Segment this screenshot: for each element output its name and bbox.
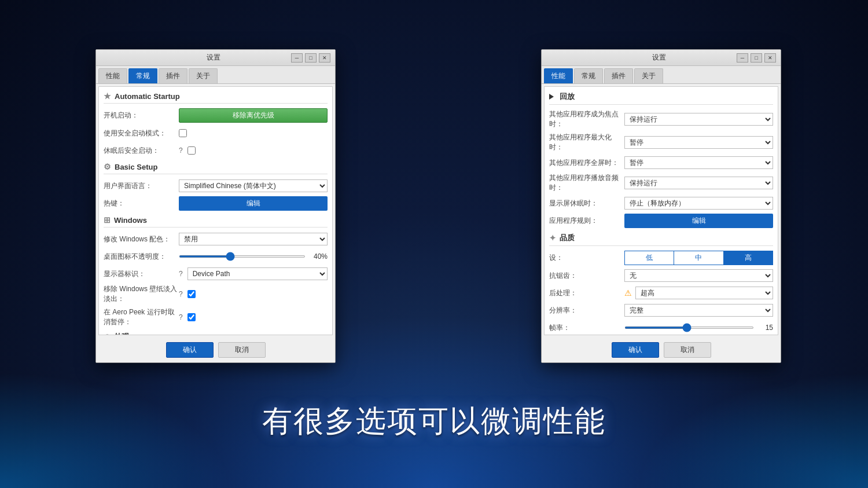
restore-btn-left[interactable]: □ <box>305 53 317 63</box>
quality-btn-high[interactable]: 高 <box>723 251 773 265</box>
apprule-edit-button[interactable]: 编辑 <box>624 214 773 228</box>
section-label-playback: 回放 <box>560 91 575 102</box>
tab-left-about[interactable]: 关于 <box>189 68 218 83</box>
label-wincolor: 修改 Windows 配色： <box>104 234 179 244</box>
framerate-value: 15 <box>759 324 773 332</box>
control-wallpaper: ? <box>179 290 328 298</box>
dialog-left-content: Automatic Startup 开机启动： 移除离优先级 使用安全启动模式：… <box>98 86 333 335</box>
checkbox-aftersleep[interactable] <box>187 146 196 155</box>
confirm-btn-left[interactable]: 确认 <box>166 342 214 358</box>
confirm-btn-right[interactable]: 确认 <box>612 342 659 358</box>
section-header-playback: 回放 <box>549 91 773 105</box>
control-focus: 保持运行 <box>624 113 773 126</box>
dialog-right-content: 回放 其他应用程序成为焦点时： 保持运行 其他应用程序最大化时： 暂停 其他应用… <box>544 86 778 335</box>
label-aftersleep: 休眠后安全启动： <box>104 146 179 156</box>
minimize-btn-right[interactable]: ─ <box>737 53 748 63</box>
dropdown-wincolor[interactable]: 禁用 <box>179 233 328 245</box>
control-wincolor: 禁用 <box>179 233 328 245</box>
row-postprocess: 后处理： ⚠ 超高 <box>549 286 773 300</box>
close-btn-right[interactable]: ✕ <box>764 53 776 63</box>
section-header-startup: Automatic Startup <box>104 91 328 104</box>
quality-btn-mid[interactable]: 中 <box>674 251 723 265</box>
row-screen: 显示屏休眠时： 停止（释放内存） <box>549 196 773 210</box>
dropdown-resolution[interactable]: 完整 <box>624 304 773 317</box>
quality-btn-low[interactable]: 低 <box>625 251 674 265</box>
question-icon-iconlabel: ? <box>179 270 183 278</box>
section-label-appearance: 外观 <box>114 332 129 335</box>
control-postprocess: ⚠ 超高 <box>624 287 773 299</box>
control-screen: 停止（释放内存） <box>624 197 773 210</box>
question-icon-sleep: ? <box>179 146 183 155</box>
checkbox-aero[interactable] <box>187 313 196 321</box>
tab-bar-right: 性能 常规 插件 关于 <box>542 66 781 84</box>
tab-right-performance[interactable]: 性能 <box>544 68 573 83</box>
dropdown-minimize[interactable]: 暂停 <box>624 156 773 169</box>
title-controls-left: ─ □ ✕ <box>291 53 330 63</box>
dropdown-screen[interactable]: 停止（释放内存） <box>624 197 773 210</box>
tab-left-plugins[interactable]: 插件 <box>159 68 187 83</box>
label-iconlabel: 显示器标识： <box>104 269 179 279</box>
dialog-right: 设置 ─ □ ✕ 性能 常规 插件 关于 回放 其他应用程序成为焦点时： 保持运… <box>541 49 781 363</box>
transparency-value: 40% <box>310 252 328 260</box>
question-icon-aero: ? <box>179 313 183 321</box>
hotkey-edit-button[interactable]: 编辑 <box>179 196 328 211</box>
cancel-btn-left[interactable]: 取消 <box>218 342 266 358</box>
title-bar-right: 设置 ─ □ ✕ <box>542 50 781 66</box>
star-icon <box>104 91 111 101</box>
dropdown-language[interactable]: Simplified Chinese (简体中文) <box>179 179 328 192</box>
label-transparency: 桌面图标不透明度： <box>104 252 179 262</box>
label-startup: 开机启动： <box>104 111 179 120</box>
minimize-btn-left[interactable]: ─ <box>291 53 303 63</box>
checkbox-safemode[interactable] <box>179 129 187 137</box>
row-antialias: 抗锯齿： 无 <box>549 269 773 282</box>
row-focus: 其他应用程序成为焦点时： 保持运行 <box>549 109 773 129</box>
dropdown-antialias[interactable]: 无 <box>624 269 773 282</box>
label-minimize: 其他应用程序全屏时： <box>549 158 624 168</box>
label-maximize: 其他应用程序最大化时： <box>549 133 624 152</box>
appear-icon <box>104 332 111 335</box>
dropdown-iconlabel[interactable]: Device Path <box>187 267 328 280</box>
row-maximize: 其他应用程序最大化时： 暂停 <box>549 133 773 152</box>
startup-button[interactable]: 移除离优先级 <box>179 108 328 123</box>
row-aero: 在 Aero Peek 运行时取消暂停： ? <box>104 307 328 327</box>
checkbox-wallpaper[interactable] <box>187 290 196 298</box>
slider-framerate[interactable] <box>624 326 754 329</box>
tab-right-plugins[interactable]: 插件 <box>604 68 633 83</box>
label-focus: 其他应用程序成为焦点时： <box>549 109 624 129</box>
close-btn-left[interactable]: ✕ <box>319 53 330 63</box>
label-resolution: 分辨率： <box>549 306 624 315</box>
cancel-btn-right[interactable]: 取消 <box>664 342 711 358</box>
row-minimize: 其他应用程序全屏时： 暂停 <box>549 156 773 170</box>
control-aero: ? <box>179 313 328 321</box>
control-transparency: 40% <box>179 252 328 260</box>
dialog-left-footer: 确认 取消 <box>96 337 335 362</box>
background-glow-left <box>0 372 231 488</box>
dialog-left: 设置 ─ □ ✕ 性能 常规 插件 关于 Automatic Startup 开… <box>95 49 336 363</box>
dropdown-focus[interactable]: 保持运行 <box>624 113 773 126</box>
background-glow-right <box>637 372 868 488</box>
tab-left-performance[interactable]: 性能 <box>98 68 127 83</box>
subtitle-text: 有很多选项可以微调性能 <box>0 401 868 442</box>
section-header-windows: Windows <box>104 215 328 228</box>
row-wincolor: 修改 Windows 配色： 禁用 <box>104 232 328 246</box>
row-iconlabel: 显示器标识： ? Device Path <box>104 267 328 281</box>
dropdown-maximize[interactable]: 暂停 <box>624 136 773 149</box>
dialog-right-title: 设置 <box>581 53 737 63</box>
control-apprule: 编辑 <box>624 214 773 228</box>
label-mute: 其他应用程序播放音频时： <box>549 173 624 193</box>
label-screen: 显示屏休眠时： <box>549 199 624 208</box>
tab-left-general[interactable]: 常规 <box>128 68 157 83</box>
section-header-quality: 品质 <box>549 233 773 246</box>
dropdown-postprocess[interactable]: 超高 <box>635 287 773 299</box>
tab-right-about[interactable]: 关于 <box>634 68 663 83</box>
label-safemode: 使用安全启动模式： <box>104 129 179 138</box>
control-maximize: 暂停 <box>624 136 773 149</box>
section-label-basic: Basic Setup <box>115 163 157 171</box>
row-resolution: 分辨率： 完整 <box>549 303 773 317</box>
restore-btn-right[interactable]: □ <box>751 53 762 63</box>
dropdown-mute[interactable]: 保持运行 <box>624 177 773 189</box>
slider-transparency[interactable] <box>179 255 306 258</box>
row-mute: 其他应用程序播放音频时： 保持运行 <box>549 173 773 193</box>
windows-icon <box>104 215 111 225</box>
tab-right-general[interactable]: 常规 <box>574 68 603 83</box>
